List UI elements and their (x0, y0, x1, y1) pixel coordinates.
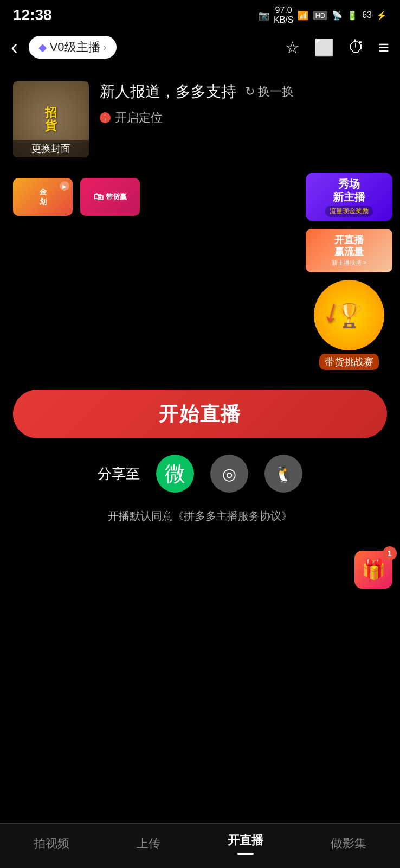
share-row: 分享至 微 ◎ 🐧 (0, 438, 400, 503)
hd-badge: HD (313, 11, 327, 20)
share-camera-button[interactable]: ◎ (210, 455, 248, 493)
nav-item-live[interactable]: 开直播 (228, 832, 263, 855)
tag-gold[interactable]: 金划 ▶ (13, 178, 73, 216)
banner1-subtitle: 流量现金奖励 (325, 206, 373, 217)
floating-gift[interactable]: 🎁 1 (354, 551, 392, 589)
agreement-row: 开播默认同意《拼多多主播服务协议》 (0, 503, 400, 534)
network-speed: 97.0 KB/S (274, 5, 293, 24)
tag-pink-deco: 🛍带货赢 (80, 178, 140, 216)
start-live-button[interactable]: 开始直播 (13, 390, 387, 438)
banner-traffic[interactable]: 开直播 赢流量 新主播扶持 > (306, 229, 392, 272)
gift-icon: 🎁 1 (354, 551, 392, 589)
profile-section: 招貨 更换封面 新人报道，多多支持 ↻ 换一换 📍 开启定位 (0, 72, 400, 167)
agreement-text: 开播默认同意《拼多多主播服务协议》 (108, 510, 292, 522)
location-row[interactable]: 📍 开启定位 (100, 110, 387, 126)
nav-live-label: 开直播 (228, 832, 263, 848)
qq-icon: 🐧 (274, 464, 294, 483)
play-icon: ▶ (60, 181, 69, 191)
profile-right: 新人报道，多多支持 ↻ 换一换 📍 开启定位 (100, 81, 387, 126)
nav-upload-label: 上传 (137, 835, 160, 852)
top-nav: ‹ ◆ V0级主播 › ☆ ⬜ ⏱ ≡ (0, 28, 400, 66)
camera-share-icon: ◎ (222, 464, 236, 483)
clock-icon[interactable]: ⏱ (348, 38, 364, 56)
middle-section: 金划 ▶ 🛍带货赢 秀场 新主播 流量现金奖励 开直播 赢流量 (0, 173, 400, 379)
location-label: 开启定位 (115, 110, 163, 126)
wifi-icon: 📶 (298, 10, 308, 21)
nav-icons: ☆ ⬜ ⏱ ≡ (285, 37, 389, 58)
profile-title[interactable]: 新人报道，多多支持 (100, 81, 236, 102)
banner2-sub-text: 新主播扶持 > (332, 259, 366, 267)
banner1-title: 秀场 新主播 (333, 177, 365, 203)
banner-new-streamer[interactable]: 秀场 新主播 流量现金奖励 (306, 173, 392, 221)
floating-gift-area: 🎁 1 (8, 534, 392, 589)
signal-icon: 📡 (332, 10, 343, 21)
gift-badge: 1 (383, 546, 397, 560)
camera-icon: 📷 (259, 10, 269, 21)
tag-gold-inner: 金划 (40, 187, 47, 207)
status-time: 12:38 (13, 7, 52, 24)
banner2-subtitle: 新主播扶持 > (332, 259, 366, 267)
banner2-title: 开直播 赢流量 (334, 234, 364, 258)
status-icons: 📷 97.0 KB/S 📶 HD 📡 🔋 63 ⚡ (259, 5, 387, 24)
nav-item-album[interactable]: 做影集 (331, 835, 366, 852)
banner3-label: 带货挑战赛 (319, 354, 379, 370)
nav-item-shoot[interactable]: 拍视频 (34, 835, 69, 852)
avatar-change-label[interactable]: 更换封面 (13, 140, 89, 157)
battery-level: 63 (362, 10, 372, 20)
tag-pink[interactable]: 🛍带货赢 (80, 178, 140, 216)
banner-cards: 秀场 新主播 流量现金奖励 开直播 赢流量 新主播扶持 > 🏆 带货挑战赛 (306, 173, 392, 370)
menu-icon[interactable]: ≡ (378, 37, 389, 58)
share-label: 分享至 (98, 464, 140, 483)
coin-text: 招貨 (45, 106, 57, 132)
level-badge-text: V0级主播 (50, 39, 100, 55)
banner-challenge-wrapper: 🏆 带货挑战赛 (306, 280, 392, 370)
change-label: 换一换 (258, 84, 294, 100)
refresh-icon: ↻ (245, 85, 255, 99)
nav-shoot-label: 拍视频 (34, 835, 69, 852)
diamond-icon: ◆ (38, 41, 47, 54)
battery-icon: 🔋 (347, 10, 358, 21)
share-qq-button[interactable]: 🐧 (264, 455, 302, 493)
avatar-wrapper[interactable]: 招貨 更换封面 (13, 81, 89, 157)
back-button[interactable]: ‹ (11, 36, 18, 59)
location-icon: 📍 (100, 112, 111, 123)
star-icon[interactable]: ☆ (285, 38, 300, 57)
wechat-icon: 微 (165, 460, 185, 488)
status-bar: 12:38 📷 97.0 KB/S 📶 HD 📡 🔋 63 ⚡ (0, 0, 400, 28)
charge-icon: ⚡ (376, 10, 387, 21)
screen-icon[interactable]: ⬜ (314, 38, 334, 57)
bottom-nav: 拍视频 上传 开直播 做影集 (0, 823, 400, 868)
nav-album-label: 做影集 (331, 835, 366, 852)
tag-pink-inner: 🛍带货赢 (94, 192, 127, 203)
profile-title-row: 新人报道，多多支持 ↻ 换一换 (100, 81, 387, 102)
level-badge[interactable]: ◆ V0级主播 › (29, 36, 117, 59)
nav-item-upload[interactable]: 上传 (137, 835, 160, 852)
change-title-button[interactable]: ↻ 换一换 (245, 84, 294, 100)
badge-arrow: › (104, 42, 107, 53)
share-wechat-button[interactable]: 微 (156, 455, 194, 493)
